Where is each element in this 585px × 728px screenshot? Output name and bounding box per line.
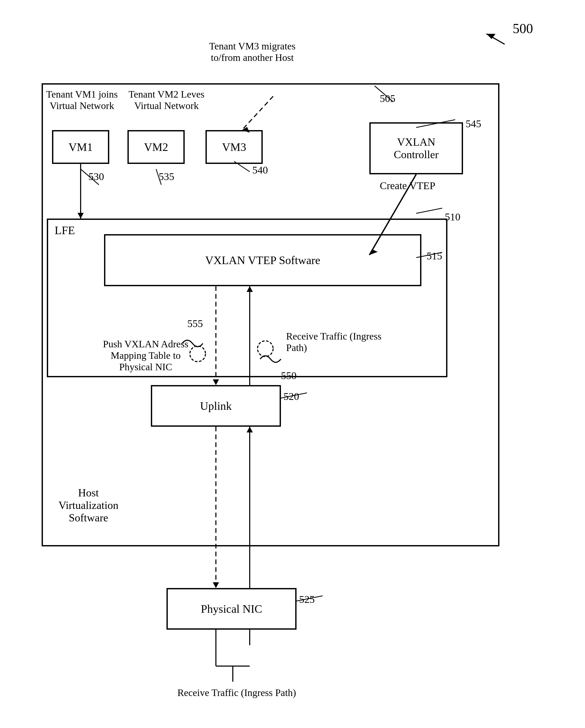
lfe-label: LFE (55, 224, 75, 237)
vtep-software-box: VXLAN VTEP Software (104, 234, 421, 286)
ref-535: 535 (159, 171, 174, 183)
tenant-vm1-label: Tenant VM1 joins Virtual Network (46, 88, 118, 111)
ref-515: 515 (427, 250, 442, 262)
ref-550: 550 (281, 369, 296, 382)
vxlan-controller-box: VXLAN Controller (369, 122, 463, 174)
vm3-box: VM3 (206, 130, 263, 164)
figure-number: 500 (513, 21, 533, 36)
push-vxlan-label: Push VXLAN Adress Mapping Table to Physi… (99, 338, 192, 372)
uplink-box: Uplink (151, 385, 281, 427)
ref-520: 520 (284, 390, 299, 402)
vm1-box: VM1 (52, 130, 109, 164)
receive-traffic-upper-label: Receive Traffic (Ingress Path) (286, 331, 385, 353)
diagram-container: 500 Tenant VM3 migrates to/from another … (0, 0, 585, 728)
ref-540: 540 (252, 164, 268, 176)
ref-530: 530 (88, 171, 104, 183)
ref-555: 555 (187, 317, 203, 330)
ref-525: 525 (299, 593, 315, 605)
physical-nic-box: Physical NIC (166, 588, 296, 630)
svg-marker-1 (486, 34, 496, 39)
svg-marker-13 (213, 582, 219, 588)
ref-545: 545 (466, 118, 481, 130)
create-vtep-label: Create VTEP (380, 180, 435, 192)
svg-line-0 (486, 34, 505, 44)
vm2-box: VM2 (128, 130, 185, 164)
host-virt-label: Host Virtualization Software (49, 487, 128, 524)
tenant-vm2-label: Tenant VM2 Leves Virtual Network (125, 88, 208, 111)
receive-traffic-lower-label: Receive Traffic (Ingress Path) (172, 687, 302, 698)
tenant-vm3-label: Tenant VM3 migrates to/from another Host (198, 40, 307, 63)
